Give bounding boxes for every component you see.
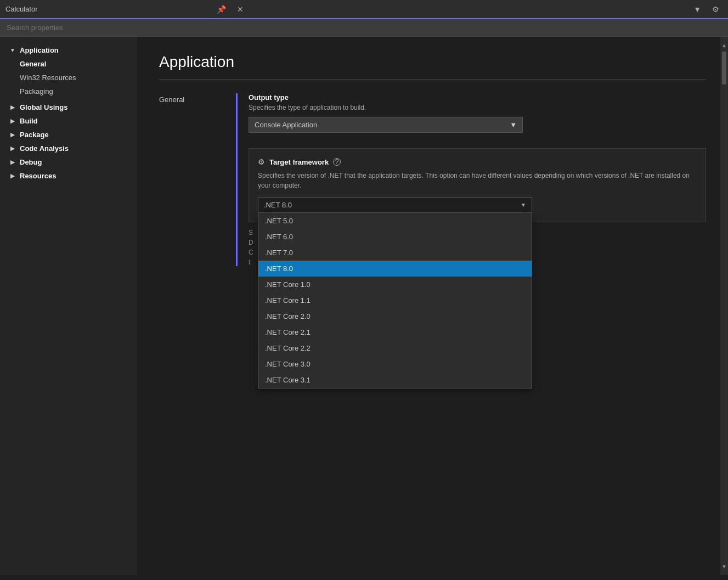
- divider: [159, 80, 706, 80]
- chevron-right-icon-package: ▶: [9, 131, 16, 139]
- sidebar-item-resources[interactable]: ▶ Resources: [0, 169, 137, 183]
- chevron-right-icon: ▶: [9, 104, 16, 111]
- sidebar-item-codeanalysis-label: Code Analysis: [20, 144, 69, 153]
- sidebar-item-globalusings-label: Global Usings: [20, 103, 67, 111]
- dropdown-item-netcore20[interactable]: .NET Core 2.0: [258, 308, 532, 324]
- target-fw-dropdown-container: .NET 8.0 ▼ .NET 5.0 .NET 6.0 .NET 7.0 .N…: [258, 197, 532, 213]
- dropdown-item-netcore11[interactable]: .NET Core 1.1: [258, 292, 532, 308]
- close-button[interactable]: ✕: [234, 4, 247, 15]
- sidebar-item-application[interactable]: ▼ Application: [0, 43, 137, 57]
- target-fw-dropdown[interactable]: .NET 8.0 ▼: [258, 197, 532, 213]
- output-type-desc: Specifies the type of application to bui…: [249, 104, 706, 111]
- target-fw-selected-value: .NET 8.0: [264, 201, 292, 209]
- dropdown-arrow-icon: ▼: [521, 202, 526, 208]
- sidebar-item-packaging[interactable]: Packaging: [0, 85, 137, 98]
- section-content: Output type Specifies the type of applic…: [236, 93, 706, 266]
- sidebar-item-debug-label: Debug: [20, 158, 42, 166]
- sidebar-item-packaging-label: Packaging: [20, 87, 53, 95]
- sidebar-item-globalusings[interactable]: ▶ Global Usings: [0, 100, 137, 114]
- help-icon[interactable]: ?: [333, 158, 341, 166]
- window-title: Calculator: [5, 5, 213, 13]
- chevron-down-icon: ▼: [9, 47, 16, 54]
- search-input[interactable]: [7, 24, 721, 32]
- content-area: Application General Output type Specifie…: [137, 37, 728, 575]
- sidebar-item-package-label: Package: [20, 131, 49, 139]
- sidebar-item-codeanalysis[interactable]: ▶ Code Analysis: [0, 142, 137, 155]
- pin-button[interactable]: 📌: [213, 4, 229, 15]
- sidebar-item-general[interactable]: General: [0, 57, 137, 71]
- sidebar-item-build-label: Build: [20, 117, 38, 125]
- sidebar-item-resources-label: Resources: [20, 172, 56, 180]
- target-framework-section: ⚙ Target framework ? Specifies the versi…: [249, 148, 706, 222]
- chevron-right-icon-resources: ▶: [9, 172, 16, 180]
- chevron-right-icon-build: ▶: [9, 117, 16, 125]
- settings-icon[interactable]: ⚙: [709, 4, 723, 15]
- dropdown-item-netcore30[interactable]: .NET Core 3.0: [258, 356, 532, 372]
- sidebar-section-application: ▼ Application General Win32 Resources Pa…: [0, 43, 137, 98]
- section-row: General Output type Specifies the type o…: [159, 93, 706, 266]
- dropdown-item-net80[interactable]: .NET 8.0: [258, 261, 532, 277]
- sidebar-item-application-label: Application: [20, 46, 59, 54]
- page-title: Application: [159, 53, 706, 71]
- search-bar: [0, 19, 728, 37]
- dropdown-arrow-icon[interactable]: ▼: [690, 4, 704, 15]
- dropdown-item-net70[interactable]: .NET 7.0: [258, 245, 532, 261]
- output-type-section: Output type Specifies the type of applic…: [249, 93, 706, 133]
- main-layout: ▼ Application General Win32 Resources Pa…: [0, 37, 728, 575]
- scrollbar-thumb[interactable]: [722, 52, 726, 85]
- target-fw-desc: Specifies the version of .NET that the a…: [258, 171, 697, 190]
- page-content: Application General Output type Specifie…: [137, 37, 728, 575]
- scrollbar-down-arrow[interactable]: ▼: [720, 562, 728, 571]
- target-fw-header: ⚙ Target framework ?: [258, 157, 697, 166]
- dropdown-item-net50[interactable]: .NET 5.0: [258, 213, 532, 229]
- sidebar-item-build[interactable]: ▶ Build: [0, 114, 137, 128]
- sidebar-item-general-label: General: [20, 60, 46, 68]
- sidebar-item-debug[interactable]: ▶ Debug: [0, 155, 137, 169]
- output-type-select[interactable]: Console Application ▼: [249, 117, 523, 133]
- dropdown-item-netcore31[interactable]: .NET Core 3.1: [258, 372, 532, 388]
- sidebar-item-win32resources[interactable]: Win32 Resources: [0, 71, 137, 85]
- sidebar: ▼ Application General Win32 Resources Pa…: [0, 37, 137, 575]
- sidebar-item-package[interactable]: ▶ Package: [0, 128, 137, 142]
- chevron-right-icon-debug: ▶: [9, 159, 16, 166]
- sidebar-item-win32resources-label: Win32 Resources: [20, 74, 76, 82]
- dropdown-item-net60[interactable]: .NET 6.0: [258, 229, 532, 245]
- output-type-arrow: ▼: [510, 121, 517, 129]
- scrollbar[interactable]: ▲ ▼: [720, 37, 728, 575]
- title-bar: Calculator 📌 ✕ ▼ ⚙: [0, 0, 728, 19]
- dropdown-item-netcore21[interactable]: .NET Core 2.1: [258, 324, 532, 340]
- target-fw-label: Target framework: [269, 158, 329, 166]
- section-label: General: [159, 93, 236, 266]
- output-type-value: Console Application: [255, 121, 317, 129]
- title-bar-actions: 📌 ✕ ▼ ⚙: [213, 4, 723, 15]
- gear-icon: ⚙: [258, 157, 265, 166]
- dropdown-list: .NET 5.0 .NET 6.0 .NET 7.0 .NET 8.0 .NET…: [258, 213, 532, 388]
- output-type-label: Output type: [249, 93, 706, 102]
- chevron-right-icon-codeanalysis: ▶: [9, 145, 16, 153]
- scrollbar-up-arrow[interactable]: ▲: [720, 41, 728, 49]
- dropdown-item-netcore22[interactable]: .NET Core 2.2: [258, 340, 532, 356]
- dropdown-item-netcore10[interactable]: .NET Core 1.0: [258, 277, 532, 292]
